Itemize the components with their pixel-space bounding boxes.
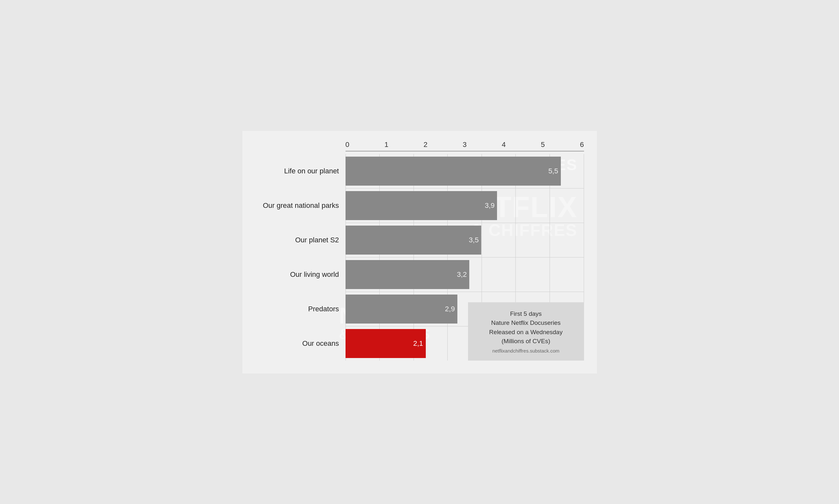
bar-life-on-our-planet: 5,5 [345, 157, 561, 186]
x-tick-0: 0 [345, 141, 385, 149]
legend-line1: First 5 days [510, 310, 541, 317]
bar-value-life-on-our-planet: 5,5 [548, 167, 558, 175]
x-tick-5: 5 [541, 141, 580, 149]
bar-our-living-world: 3,2 [345, 260, 470, 289]
bar-label-our-oceans: Our oceans [255, 339, 345, 348]
bar-national-parks: 3,9 [345, 191, 497, 220]
x-tick-3: 3 [463, 141, 501, 149]
bar-value-our-living-world: 3,2 [457, 270, 467, 279]
bar-label-predators: Predators [255, 305, 345, 313]
bar-label-national-parks: Our great national parks [255, 201, 345, 210]
bar-predators: 2,9 [345, 294, 458, 324]
bar-row-life-on-our-planet: Life on our planet 5,5 [255, 154, 584, 188]
legend-line3: Released on a Wednesday [489, 329, 563, 336]
x-tick-2: 2 [424, 141, 463, 149]
bar-label-our-living-world: Our living world [255, 270, 345, 279]
bar-value-our-planet-s2: 3,5 [469, 236, 479, 244]
x-tick-6: 6 [580, 141, 584, 149]
x-tick-1: 1 [385, 141, 424, 149]
bar-label-life-on-our-planet: Life on our planet [255, 167, 345, 175]
bar-row-our-planet-s2: Our planet S2 3,5 [255, 223, 584, 257]
x-axis: 0 1 2 3 4 5 6 [345, 141, 584, 149]
chart-inner: 0 1 2 3 4 5 6 Life on our pla [255, 141, 584, 361]
bar-wrapper-our-planet-s2: 3,5 [345, 226, 584, 255]
chart-container: & CHIFFRES NETFLIX & CHIFFRES NETFLIX & … [243, 131, 597, 374]
bar-label-our-planet-s2: Our planet S2 [255, 236, 345, 244]
bar-our-oceans: 2,1 [345, 329, 426, 358]
legend-line2: Nature Netflix Docuseries [491, 319, 560, 326]
bar-wrapper-our-living-world: 3,2 [345, 260, 584, 289]
bar-row-national-parks: Our great national parks 3,9 [255, 188, 584, 223]
legend-text: First 5 days Nature Netflix Docuseries R… [477, 309, 575, 346]
bar-row-our-living-world: Our living world 3,2 [255, 257, 584, 292]
top-rule [345, 151, 584, 151]
legend-line4: (Millions of CVEs) [501, 338, 550, 344]
x-tick-4: 4 [502, 141, 541, 149]
bar-our-planet-s2: 3,5 [345, 226, 482, 255]
legend-box: First 5 days Nature Netflix Docuseries R… [468, 302, 584, 361]
bar-value-predators: 2,9 [445, 305, 455, 313]
bar-value-national-parks: 3,9 [485, 201, 495, 210]
bar-value-our-oceans: 2,1 [413, 339, 423, 348]
bar-wrapper-national-parks: 3,9 [345, 191, 584, 220]
bar-wrapper-life-on-our-planet: 5,5 [345, 157, 584, 186]
legend-url: netflixandchiffres.substack.com [477, 348, 575, 354]
